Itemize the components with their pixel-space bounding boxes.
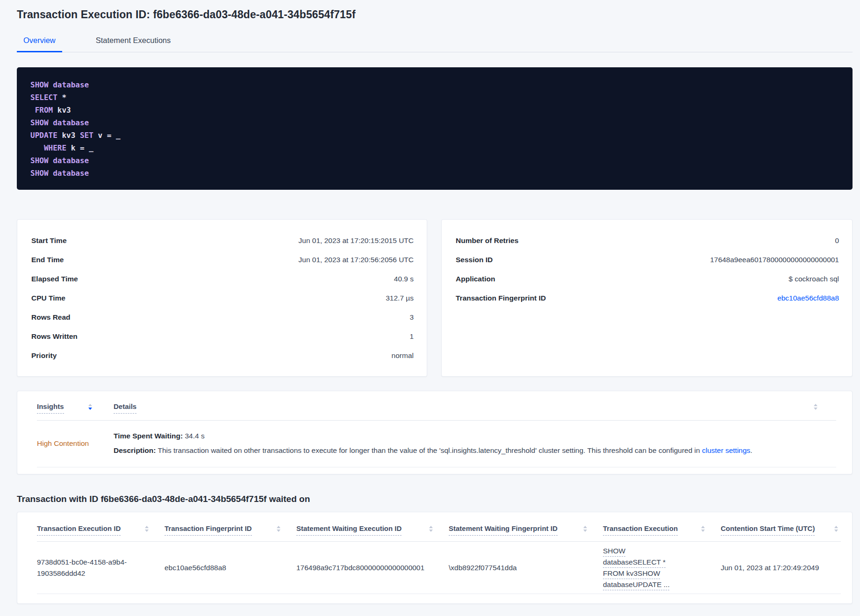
insights-table-header: Insights Details [37,402,836,421]
sort-icon[interactable] [814,404,817,410]
waited-on-table-row: 9738d051-bc0e-4158-a9b4-1903586ddd42 ebc… [37,542,841,594]
sort-icon[interactable] [701,526,705,532]
sort-up-icon [145,526,149,528]
sort-icon[interactable] [834,526,838,532]
txn-fingerprint-label: Transaction Fingerprint ID [456,294,546,302]
txn-fingerprint-link[interactable]: ebc10ae56cfd88a8 [777,294,839,302]
sql-line: SHOW database [30,154,839,167]
sql-token: SHOW [30,118,49,127]
end-time-value: Jun 01, 2023 at 17:20:56:2056 UTC [299,256,414,264]
th-transaction-execution: Transaction Execution [603,524,721,536]
sql-token: database [53,169,89,178]
insights-column-header: Insights [37,402,114,414]
page-title: Transaction Execution ID: f6be6366-da03-… [17,8,853,21]
insights-column-label[interactable]: Insights [37,402,64,414]
sql-token [49,80,53,89]
cluster-settings-link[interactable]: cluster settings [702,446,750,454]
tab-overview[interactable]: Overview [17,32,62,52]
sql-token: SELECT [30,93,57,102]
statement-waiting-execution-id-value: 176498a9c717bdc80000000000000001 [296,564,424,572]
sort-down-icon [88,408,92,410]
sql-token [30,143,44,152]
th-statement-waiting-execution-id-label[interactable]: Statement Waiting Execution ID [296,524,401,536]
application-label: Application [456,275,495,283]
details-column-label[interactable]: Details [114,402,136,414]
description-text: This transaction waited on other transac… [156,446,702,454]
session-id-value: 17648a9eea6017800000000000000001 [710,256,839,264]
start-time-label: Start Time [31,236,67,245]
cpu-time-value: 312.7 µs [386,294,414,302]
sort-icon[interactable] [145,526,149,532]
insights-table-card: Insights Details High Contention Time Sp… [17,391,853,474]
description-line: Description: This transaction waited on … [114,445,752,456]
cell-statement-waiting-execution-id: 176498a9c717bdc80000000000000001 [296,562,449,573]
sort-icon[interactable] [88,404,92,410]
rows-written-value: 1 [409,332,414,341]
priority-label: Priority [31,351,57,360]
sort-down-icon [145,530,149,532]
sort-down-icon [277,530,280,532]
sql-token [49,156,53,165]
sort-up-icon [88,404,92,406]
cell-transaction-fingerprint-id: ebc10ae56cfd88a8 [165,562,296,573]
cell-transaction-execution-id: 9738d051-bc0e-4158-a9b4-1903586ddd42 [37,557,165,579]
transaction-fingerprint-id-value: ebc10ae56cfd88a8 [165,564,226,572]
sql-token: SHOW [30,169,49,178]
th-transaction-execution-label[interactable]: Transaction Execution [603,524,678,536]
info-row-start-time: Start Time Jun 01, 2023 at 17:20:15:2015… [31,231,414,250]
waited-on-table-card: Transaction Execution ID Transaction Fin… [17,512,853,604]
info-row-application: Application $ cockroach sql [456,269,839,288]
sort-down-icon [429,530,433,532]
transaction-execution-link[interactable]: SHOW databaseSELECT * FROM kv3SHOW datab… [603,545,683,590]
sort-up-icon [277,526,280,528]
session-info-card: Number of Retries 0 Session ID 17648a9ee… [441,219,853,377]
sort-down-icon [814,408,817,410]
sql-token: WHERE [44,143,66,152]
sql-line: UPDATE kv3 SET v = _ [30,129,839,142]
th-statement-waiting-execution-id: Statement Waiting Execution ID [296,524,449,536]
sql-token [49,169,53,178]
insight-details-cell: Time Spent Waiting: 34.4 s Description: … [114,430,752,456]
sort-icon[interactable] [583,526,587,532]
sql-code-block: SHOW database SELECT * FROM kv3 SHOW dat… [17,67,853,190]
sql-line: FROM kv3 [30,104,839,116]
tab-statement-executions[interactable]: Statement Executions [89,32,178,52]
sql-token: * [57,93,66,102]
waited-on-table-header: Transaction Execution ID Transaction Fin… [37,524,841,542]
tab-bar: Overview Statement Executions [17,32,853,52]
time-spent-waiting-line: Time Spent Waiting: 34.4 s [114,430,752,442]
cell-statement-waiting-fingerprint-id: \xdb8922f077541dda [449,562,603,573]
waited-on-section-title: Transaction with ID f6be6366-da03-48de-a… [17,494,853,504]
sort-up-icon [814,404,817,406]
summary-cards-row: Start Time Jun 01, 2023 at 17:20:15:2015… [17,219,853,377]
th-contention-start-time-label[interactable]: Contention Start Time (UTC) [721,524,815,536]
sql-token: kv3 [57,131,80,140]
sort-up-icon [834,526,838,528]
cell-transaction-execution: SHOW databaseSELECT * FROM kv3SHOW datab… [603,545,721,590]
sort-icon[interactable] [429,526,433,532]
th-transaction-execution-id-label[interactable]: Transaction Execution ID [37,524,121,536]
th-contention-start-time: Contention Start Time (UTC) [721,524,841,536]
info-row-rows-read: Rows Read 3 [31,308,414,327]
sql-token: SHOW [30,80,49,89]
sql-token: UPDATE [30,131,57,140]
th-transaction-fingerprint-id-label[interactable]: Transaction Fingerprint ID [165,524,252,536]
info-row-priority: Priority normal [31,346,414,365]
th-statement-waiting-fingerprint-id-label[interactable]: Statement Waiting Fingerprint ID [449,524,558,536]
rows-read-label: Rows Read [31,313,71,322]
cell-contention-start-time: Jun 01, 2023 at 17:20:49:2049 [721,562,841,573]
start-time-value: Jun 01, 2023 at 17:20:15:2015 UTC [299,236,414,245]
retries-label: Number of Retries [456,236,518,245]
info-row-cpu-time: CPU Time 312.7 µs [31,288,414,308]
th-transaction-execution-id: Transaction Execution ID [37,524,165,536]
sort-down-icon [701,530,705,532]
end-time-label: End Time [31,256,64,264]
session-id-label: Session ID [456,256,493,264]
sql-token: SET [80,131,93,140]
th-statement-waiting-fingerprint-id: Statement Waiting Fingerprint ID [449,524,603,536]
sort-icon[interactable] [277,526,280,532]
transaction-execution-id-value: 9738d051-bc0e-4158-a9b4-1903586ddd42 [37,557,130,579]
insight-row: High Contention Time Spent Waiting: 34.4… [37,421,836,467]
sql-token: database [53,118,89,127]
rows-written-label: Rows Written [31,332,78,341]
